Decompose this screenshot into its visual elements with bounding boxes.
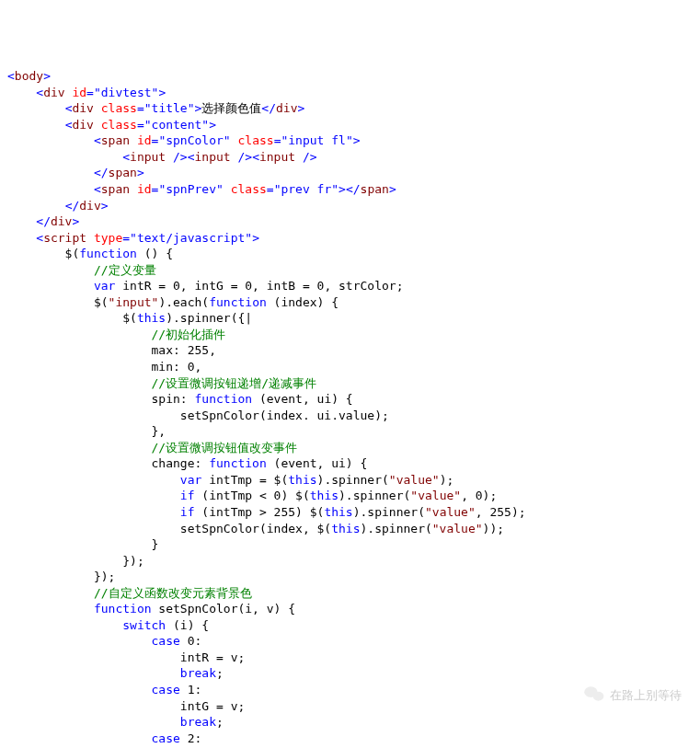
code-token-plain: $(	[7, 247, 79, 260]
code-line: $(this).spinner({|	[7, 310, 698, 327]
code-token-tag: <	[94, 133, 101, 147]
code-token-plain	[7, 489, 180, 502]
code-token-plain	[94, 101, 101, 115]
code-token-plain: setSpnColor(index. ui.value);	[7, 409, 389, 422]
code-token-plain	[7, 199, 65, 213]
code-token-plain: , 255);	[476, 505, 526, 519]
code-token-plain: () {	[137, 247, 173, 260]
code-token-name: body	[15, 69, 43, 83]
code-token-tag: >	[209, 118, 216, 132]
code-token-tag: >	[298, 101, 305, 115]
code-token-kw: function	[94, 602, 152, 616]
code-token-tag: />	[303, 150, 317, 164]
code-token-plain	[7, 586, 94, 600]
code-token-plain: intR = 0, intG = 0, intB = 0, strColor;	[115, 279, 403, 293]
code-line: function setSpnColor(i, v) {	[7, 601, 698, 617]
code-token-tag: >	[137, 166, 144, 179]
code-token-tag: ></	[339, 182, 360, 196]
code-token-plain: ).spinner(	[339, 489, 410, 502]
code-token-plain: intG = v;	[7, 699, 245, 713]
code-token-plain: ).spinner(	[317, 473, 389, 487]
code-token-name: script	[43, 231, 86, 245]
code-token-plain: }	[7, 537, 158, 551]
code-token-plain	[166, 150, 173, 164]
code-token-kw: var	[94, 279, 115, 293]
code-token-val: "title"	[144, 101, 195, 115]
code-line: }	[7, 536, 698, 553]
code-token-attr: type	[94, 231, 122, 245]
code-token-kw: this	[137, 311, 166, 325]
code-token-plain: ).spinner(	[361, 522, 432, 535]
code-line: //初始化插件	[7, 327, 698, 343]
code-token-plain	[86, 231, 94, 245]
code-token-kw: this	[310, 489, 339, 502]
code-token-tag: </	[36, 214, 51, 228]
code-token-plain: $(	[7, 295, 109, 309]
code-token-plain: ).each(	[158, 295, 209, 309]
code-token-plain: (i) {	[166, 618, 209, 632]
code-token-plain: },	[7, 424, 166, 438]
code-line: break;	[7, 714, 698, 731]
code-token-name: div	[43, 86, 64, 99]
code-token-kw: var	[180, 473, 201, 487]
code-token-tag: >	[43, 69, 51, 83]
code-token-kw: break	[180, 666, 216, 680]
code-token-name: input	[259, 150, 295, 164]
code-token-plain: ).spinner({|	[166, 311, 252, 325]
code-token-plain	[130, 133, 137, 147]
code-token-attr: id	[137, 133, 152, 147]
code-token-name: div	[276, 101, 297, 115]
code-token-plain: intTmp = $(	[201, 473, 288, 487]
code-token-kw: case	[152, 731, 180, 745]
code-line: if (intTmp > 255) $(this).spinner("value…	[7, 504, 698, 521]
code-line: <input /><input /><input />	[7, 149, 698, 166]
code-token-tag: /><	[173, 150, 194, 164]
code-line: <script type="text/javascript">	[7, 230, 698, 247]
code-token-attr: class	[101, 101, 137, 115]
code-line: <div class="content">	[7, 117, 698, 133]
code-token-plain	[7, 715, 180, 729]
code-token-tag: >	[72, 214, 79, 228]
code-token-kw: function	[79, 247, 137, 260]
code-token-kw: function	[209, 456, 267, 470]
code-line: //自定义函数改变元素背景色	[7, 585, 698, 602]
code-token-plain	[7, 86, 36, 99]
code-token-plain	[7, 505, 180, 519]
code-token-kw: case	[152, 683, 180, 696]
code-token-tag: <	[122, 150, 130, 164]
code-line: intG = v;	[7, 698, 698, 715]
code-token-plain	[7, 473, 180, 487]
code-token-kw: case	[152, 634, 180, 648]
code-line: $("input").each(function (index) {	[7, 294, 698, 311]
code-token-name: span	[101, 182, 130, 196]
code-block: <body> <div id="divtest"> <div class="ti…	[7, 68, 698, 748]
code-token-str: "value"	[425, 505, 476, 519]
code-token-name: span	[101, 133, 130, 147]
code-token-plain: (event, ui) {	[267, 456, 368, 470]
code-token-plain: setSpnColor(i, v) {	[152, 602, 296, 616]
code-token-tag: </	[261, 101, 276, 115]
code-token-plain	[7, 279, 94, 293]
code-token-tag: =	[137, 118, 144, 132]
code-line: //定义变量	[7, 262, 698, 279]
code-token-tag: >	[353, 133, 361, 147]
code-token-name: input	[195, 150, 231, 164]
code-line: change: function (event, ui) {	[7, 455, 698, 472]
code-line: </div>	[7, 213, 698, 230]
code-token-kw: switch	[122, 618, 166, 632]
code-token-val: "divtest"	[94, 86, 158, 99]
code-token-plain	[7, 133, 94, 147]
code-token-plain: });	[7, 570, 115, 583]
code-token-kw: break	[180, 715, 216, 729]
code-token-plain	[94, 118, 101, 132]
code-token-plain	[7, 214, 36, 228]
code-token-plain: min: 0,	[7, 360, 201, 374]
code-token-plain	[7, 182, 94, 196]
code-token-name: div	[79, 199, 100, 213]
code-token-plain	[7, 231, 36, 245]
code-line: case 1:	[7, 682, 698, 698]
code-line: break;	[7, 665, 698, 682]
code-token-plain: 2:	[180, 731, 201, 745]
code-token-tag: >	[252, 231, 259, 245]
code-token-cmt: //设置微调按钮值改变事件	[152, 441, 298, 455]
